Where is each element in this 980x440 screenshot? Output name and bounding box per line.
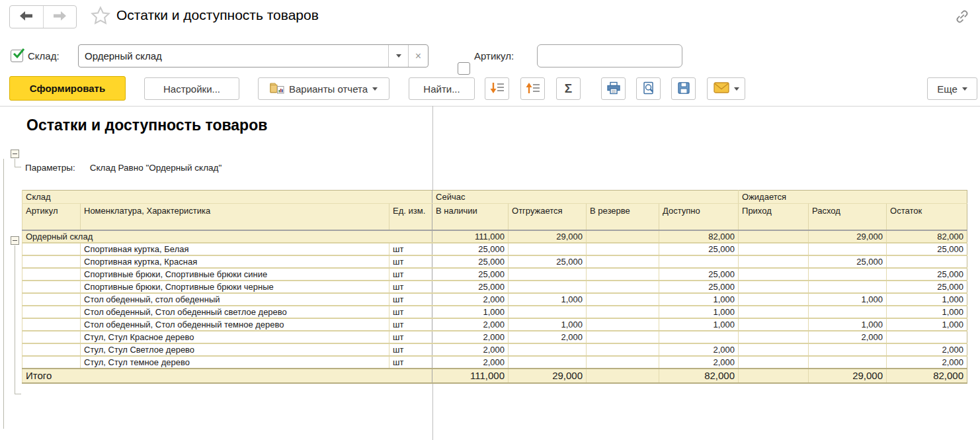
- find-button[interactable]: Найти...: [409, 77, 475, 100]
- value-cell: [809, 356, 887, 369]
- table-total-row: Итого111,00029,00082,00029,00082,000: [22, 369, 967, 383]
- unit-cell: шт: [389, 318, 432, 331]
- column-header-cell: Расход: [809, 204, 887, 230]
- print-button[interactable]: [601, 77, 626, 100]
- value-cell: 82,000: [887, 369, 967, 383]
- value-cell: [739, 268, 809, 281]
- total-label-cell: Итого: [22, 369, 432, 383]
- report-variants-folder-icon: [270, 81, 284, 96]
- tree-line: [15, 245, 15, 394]
- tree-line: [15, 394, 21, 394]
- artikul-cell: [22, 255, 81, 268]
- column-header-cell: Артикул: [22, 204, 81, 230]
- value-cell: 2,000: [432, 318, 509, 331]
- value-cell: [587, 243, 659, 255]
- favorite-star-icon[interactable]: [90, 5, 111, 29]
- forward-button[interactable]: [43, 6, 77, 28]
- nav-history-group: [9, 5, 77, 28]
- table-row: Спортивная куртка, Белаяшт25,00025,00025…: [22, 243, 967, 255]
- value-cell: 29,000: [509, 369, 587, 383]
- report-title: Остатки и доступность товаров: [26, 116, 267, 134]
- table-row: Стул, Стул Светлое деревошт2,0002,0002,0…: [22, 343, 967, 356]
- value-cell: 1,000: [509, 293, 587, 306]
- artikul-cell: [22, 356, 81, 369]
- value-cell: 1,000: [659, 306, 739, 318]
- report-variants-button[interactable]: Варианты отчета: [258, 77, 389, 100]
- warehouse-clear-button[interactable]: ×: [408, 45, 428, 67]
- nomenclature-cell: Спортивные брюки, Спортивные брюки черны…: [81, 281, 389, 293]
- value-cell: 25,000: [659, 268, 739, 281]
- value-cell: [587, 356, 659, 369]
- value-cell: 2,000: [659, 343, 739, 356]
- warehouse-dropdown-button[interactable]: [388, 45, 408, 67]
- artikul-cell: [22, 343, 81, 356]
- group-name-cell: Ордерный склад: [22, 230, 432, 243]
- floppy-save-icon: [677, 81, 690, 97]
- more-button[interactable]: Еще: [927, 77, 977, 100]
- value-cell: [739, 255, 809, 268]
- send-mail-button[interactable]: [707, 77, 745, 100]
- unit-cell: шт: [389, 306, 432, 318]
- sum-button[interactable]: Σ: [556, 77, 581, 100]
- clear-icon: ×: [415, 51, 421, 62]
- chevron-down-icon: [396, 54, 401, 60]
- value-cell: 2,000: [432, 293, 509, 306]
- value-cell: [587, 318, 659, 331]
- value-cell: 29,000: [809, 369, 887, 383]
- tree-line: [15, 167, 21, 167]
- warehouse-input[interactable]: Ордерный склад ×: [78, 44, 429, 67]
- params-collapse-button[interactable]: [11, 150, 19, 158]
- check-icon: [12, 48, 25, 60]
- unit-cell: шт: [389, 343, 432, 356]
- generate-button[interactable]: Сформировать: [9, 76, 126, 101]
- artikul-cell: [22, 243, 81, 255]
- preview-magnifier-icon: [642, 81, 655, 97]
- value-cell: [739, 356, 809, 369]
- chevron-down-icon: [734, 87, 739, 93]
- tree-line: [3, 159, 4, 429]
- column-header-cell: В наличии: [432, 204, 509, 230]
- artikul-cell: [22, 281, 81, 293]
- article-checkbox[interactable]: [458, 62, 470, 75]
- table-row: Спортивная куртка, Краснаяшт25,00025,000…: [22, 255, 967, 268]
- collapse-groups-button[interactable]: [520, 77, 545, 100]
- value-cell: [739, 318, 809, 331]
- warehouse-input-value[interactable]: Ордерный склад: [79, 45, 388, 67]
- back-button[interactable]: [10, 6, 43, 28]
- value-cell: [587, 293, 659, 306]
- value-cell: 1,000: [509, 318, 587, 331]
- group-header-cell: Сейчас: [432, 191, 739, 204]
- value-cell: [739, 243, 809, 255]
- save-button[interactable]: [671, 77, 696, 100]
- value-cell: [587, 306, 659, 318]
- value-cell: 111,000: [432, 230, 509, 243]
- report-variants-label: Варианты отчета: [289, 83, 368, 95]
- article-input[interactable]: [537, 44, 682, 67]
- app-window: Остатки и доступность товаров Склад: Орд…: [0, 0, 980, 440]
- value-cell: 2,000: [659, 356, 739, 369]
- artikul-cell: [22, 306, 81, 318]
- preview-button[interactable]: [636, 77, 661, 100]
- value-cell: 82,000: [887, 230, 967, 243]
- value-cell: [739, 306, 809, 318]
- forward-arrow-icon: [53, 11, 66, 23]
- value-cell: [587, 369, 659, 383]
- table-row: Стол обеденный, Стол обеденный темное де…: [22, 318, 967, 331]
- settings-button[interactable]: Настройки...: [144, 77, 239, 100]
- params-label: Параметры:: [25, 163, 75, 173]
- warehouse-checkbox[interactable]: [11, 50, 23, 62]
- value-cell: [739, 293, 809, 306]
- table-group-header-row: СкладСейчасОжидается: [22, 191, 967, 204]
- value-cell: 25,000: [887, 281, 967, 293]
- expand-groups-button[interactable]: [485, 77, 509, 100]
- value-cell: [587, 343, 659, 356]
- value-cell: 1,000: [809, 293, 887, 306]
- group-collapse-button[interactable]: [11, 236, 19, 245]
- get-link-icon[interactable]: [954, 8, 971, 28]
- value-cell: [739, 369, 809, 383]
- value-cell: 82,000: [659, 230, 739, 243]
- unit-cell: шт: [389, 268, 432, 281]
- table-row: Стул, Стул Красное деревошт2,0002,0002,0…: [22, 331, 967, 343]
- table-row: Спортивные брюки, Спортивные брюки синие…: [22, 268, 967, 281]
- value-cell: 29,000: [509, 230, 587, 243]
